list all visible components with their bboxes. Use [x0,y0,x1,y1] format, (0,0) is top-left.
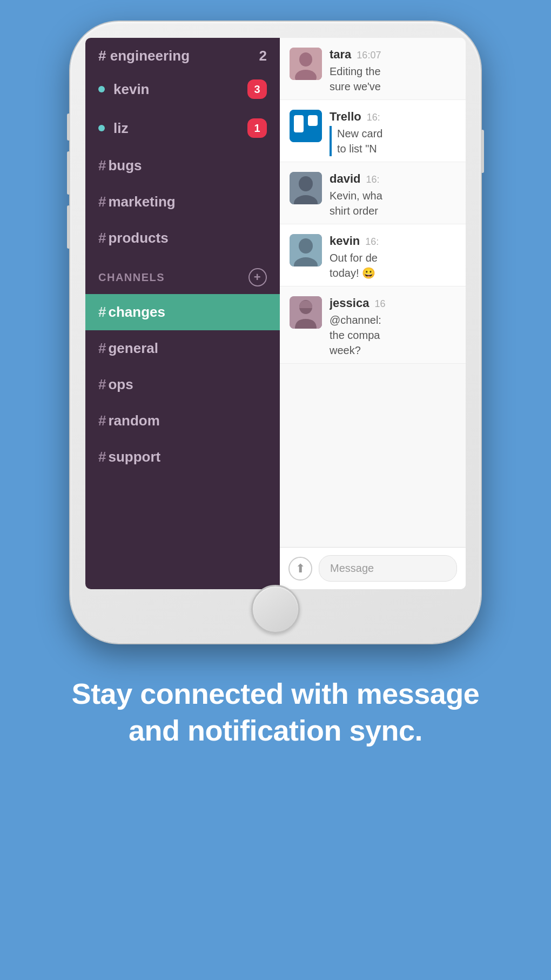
avatar [290,296,322,329]
message-text-2: the compa [330,328,456,343]
sidebar-item-general[interactable]: # general [85,330,280,366]
message-body: david 16: Kevin, wha shirt order [330,172,456,218]
liz-badge: 1 [247,118,267,138]
hash-icon: # [98,230,106,246]
message-body: tara 16:07 Editing the sure we've [330,48,456,94]
chat-panel: tara 16:07 Editing the sure we've [280,38,466,589]
message-time: 16:07 [357,50,381,61]
message-text: New card [337,126,456,141]
message-sender: jessica [330,296,369,310]
kevin-label: kevin [113,81,150,98]
message-time: 16: [365,236,379,248]
sidebar-item-ops[interactable]: # ops [85,366,280,403]
message-time: 16: [367,112,380,123]
message-item: kevin 16: Out for de today! 😀 [280,224,466,286]
online-dot-liz [98,125,105,131]
sidebar-item-liz[interactable]: liz 1 [85,109,280,148]
add-channel-button[interactable]: + [248,268,267,286]
message-text: Editing the [330,64,456,79]
tagline-text: Stay connected with message and notifica… [72,676,480,749]
channels-section-header: CHANNELS + [85,256,280,294]
message-item: jessica 16 @channel: the compa week? [280,286,466,364]
message-input[interactable]: Message [319,555,457,582]
message-sender: david [330,172,360,186]
liz-label: liz [113,120,128,137]
hash-icon: # [98,157,106,174]
message-sender: Trello [330,110,361,124]
hash-icon: # [98,304,106,321]
sidebar-item-marketing[interactable]: # marketing [85,184,280,220]
trello-card-border: New card to list "N [330,126,456,156]
phone-container: # engineering 2 kevin 3 liz 1 # b [65,22,486,643]
avatar [290,234,322,266]
message-item: tara 16:07 Editing the sure we've [280,38,466,100]
sidebar-item-products[interactable]: # products [85,220,280,256]
upload-button[interactable]: ⬆ [288,557,312,581]
sidebar-item-bugs[interactable]: # bugs [85,148,280,184]
message-text-2: to list "N [337,141,456,156]
message-text-3: week? [330,343,456,358]
upload-icon: ⬆ [295,562,305,576]
message-time: 16: [366,174,379,185]
phone-screen: # engineering 2 kevin 3 liz 1 # b [85,38,466,589]
sidebar-item-changes[interactable]: # changes [85,294,280,330]
volume-up-button [67,151,70,195]
hash-icon: # [98,376,106,393]
plus-icon: + [254,270,261,284]
message-text: Out for de [330,250,456,265]
sidebar-item-engineering[interactable]: # engineering 2 [85,38,280,70]
sidebar-item-kevin[interactable]: kevin 3 [85,70,280,109]
sidebar: # engineering 2 kevin 3 liz 1 # b [85,38,280,589]
avatar [290,48,322,80]
message-body: Trello 16: New card to list "N [330,110,456,156]
message-header: tara 16:07 [330,48,456,62]
engineering-badge: 2 [259,48,267,64]
hash-icon: # [98,194,106,210]
message-header: jessica 16 [330,296,456,310]
svg-rect-5 [308,115,318,126]
svg-rect-4 [294,115,304,132]
message-text: Kevin, wha [330,188,456,203]
message-header: kevin 16: [330,234,456,248]
tagline-line2: and notification sync. [129,714,422,746]
svg-point-1 [299,52,312,66]
chat-messages: tara 16:07 Editing the sure we've [280,38,466,547]
engineering-label: # engineering [98,48,190,64]
message-sender: kevin [330,234,360,248]
message-text-2: today! 😀 [330,265,456,281]
hash-icon: # [98,449,106,465]
power-button [481,130,484,173]
message-text-2: shirt order [330,203,456,218]
tagline-line1: Stay connected with message [72,677,480,710]
message-sender: tara [330,48,351,62]
hash-icon: # [98,340,106,357]
svg-point-7 [299,176,313,191]
kevin-badge: 3 [247,79,267,99]
message-placeholder: Message [330,562,374,574]
hash-icon: # [98,412,106,429]
channels-label: CHANNELS [98,271,165,284]
phone-shell: # engineering 2 kevin 3 liz 1 # b [70,22,481,643]
message-item: david 16: Kevin, wha shirt order [280,162,466,224]
svg-point-10 [299,238,313,254]
message-time: 16 [374,298,385,310]
home-button[interactable] [251,585,300,634]
tagline-area: Stay connected with message and notifica… [39,676,512,792]
message-body: kevin 16: Out for de today! 😀 [330,234,456,281]
avatar [290,110,322,142]
mute-button [67,114,70,141]
message-body: jessica 16 @channel: the compa week? [330,296,456,358]
volume-down-button [67,205,70,249]
message-header: david 16: [330,172,456,186]
message-header: Trello 16: [330,110,456,124]
avatar [290,172,322,204]
sidebar-item-random[interactable]: # random [85,403,280,439]
chat-input-bar: ⬆ Message [280,547,466,589]
message-text: @channel: [330,312,456,328]
sidebar-item-support[interactable]: # support [85,439,280,475]
message-text-2: sure we've [330,79,456,94]
message-item: Trello 16: New card to list "N [280,100,466,162]
online-dot [98,86,105,92]
